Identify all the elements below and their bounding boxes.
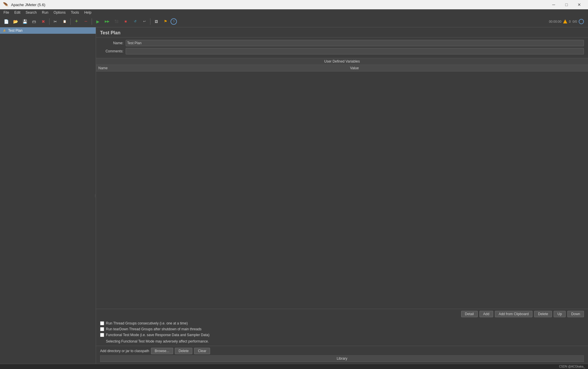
menu-item-file[interactable]: File bbox=[1, 10, 11, 15]
menu-item-search[interactable]: Search bbox=[23, 10, 39, 15]
globe-icon bbox=[579, 19, 584, 24]
left-panel: A Test Plan ⋮ bbox=[0, 27, 96, 364]
test-plan-header: Test Plan bbox=[96, 27, 588, 38]
test-plan-title: Test Plan bbox=[100, 30, 120, 35]
stop-button[interactable]: ⏹ bbox=[121, 17, 130, 26]
classpath-label: Add directory or jar to classpath bbox=[100, 349, 149, 353]
checkbox-label-2: Run tearDown Thread Groups after shutdow… bbox=[106, 327, 202, 331]
start-button[interactable]: ▶ bbox=[93, 17, 102, 26]
screenshot-button[interactable]: 🖼 bbox=[152, 17, 161, 26]
separator-1 bbox=[49, 18, 49, 25]
main-layout: A Test Plan ⋮ Test Plan Name: Comments: … bbox=[0, 27, 588, 364]
checkbox-teardown[interactable] bbox=[100, 327, 104, 331]
remove-button[interactable]: − bbox=[81, 17, 90, 26]
clear-classpath-button[interactable]: Clear bbox=[194, 348, 210, 354]
name-input[interactable] bbox=[126, 40, 584, 46]
cut-button[interactable]: ✂ bbox=[51, 17, 60, 26]
status-time: 00:00:00 bbox=[549, 20, 562, 23]
test-plan-icon: A bbox=[2, 29, 6, 33]
warning-text: Selecting Functional Test Mode may adver… bbox=[100, 339, 584, 343]
menu-item-tools[interactable]: Tools bbox=[68, 10, 81, 15]
name-row: Name: bbox=[100, 40, 584, 46]
col-value: Value bbox=[348, 65, 588, 72]
clear-button[interactable]: ↺ bbox=[131, 17, 139, 26]
classpath-row: Add directory or jar to classpath Browse… bbox=[100, 348, 584, 354]
right-panel: Test Plan Name: Comments: User Defined V… bbox=[96, 27, 588, 364]
stop-all-button[interactable]: ⬛ bbox=[112, 17, 121, 26]
delete-var-button[interactable]: Delete bbox=[534, 311, 552, 317]
checkboxes-section: Run Thread Groups consecutively (i.e. on… bbox=[96, 319, 588, 346]
warning-count: 0 bbox=[569, 20, 571, 23]
status-counter: 0/0 bbox=[573, 20, 577, 23]
remote-button[interactable]: ⚑ bbox=[161, 17, 170, 26]
menu-item-options[interactable]: Options bbox=[51, 10, 68, 15]
library-col: Library bbox=[100, 356, 584, 362]
checkbox-functional[interactable] bbox=[100, 333, 104, 337]
menu-item-help[interactable]: Help bbox=[82, 10, 94, 15]
comments-input[interactable] bbox=[126, 48, 584, 54]
classpath-delete-button[interactable]: Delete bbox=[175, 348, 193, 354]
udv-table: Name Value bbox=[96, 65, 588, 308]
separator-4 bbox=[150, 18, 150, 25]
reset-button[interactable]: ↩ bbox=[140, 17, 149, 26]
status-text: CSDN @ACGkaka_ bbox=[559, 365, 585, 368]
warning-icon bbox=[563, 19, 567, 24]
menu-item-edit[interactable]: Edit bbox=[12, 10, 23, 15]
add-button[interactable]: + bbox=[72, 17, 81, 26]
maximize-button[interactable]: □ bbox=[561, 1, 572, 9]
test-plan-form: Name: Comments: bbox=[96, 38, 588, 57]
tree-item-label: Test Plan bbox=[8, 29, 22, 33]
udv-title: User Defined Variables bbox=[96, 58, 588, 65]
name-label: Name: bbox=[100, 41, 123, 45]
save-all-button[interactable]: 🗃 bbox=[30, 17, 38, 26]
app-title: Apache JMeter (5.6) bbox=[11, 3, 45, 7]
checkbox-row-2: Run tearDown Thread Groups after shutdow… bbox=[100, 327, 584, 331]
title-bar: 🪶 Apache JMeter (5.6) ─ □ ✕ bbox=[0, 0, 588, 9]
status-bar: CSDN @ACGkaka_ bbox=[0, 364, 588, 369]
browse-button[interactable]: Browse... bbox=[151, 348, 173, 354]
udv-section: User Defined Variables Name Value bbox=[96, 58, 588, 308]
menu-bar: FileEditSearchRunOptionsToolsHelp bbox=[0, 9, 588, 16]
close-button[interactable]: ✕ bbox=[573, 1, 585, 9]
start-nopause-button[interactable]: ▶▶ bbox=[103, 17, 111, 26]
comments-label: Comments: bbox=[100, 49, 123, 53]
detail-button[interactable]: Detail bbox=[461, 311, 478, 317]
save-button[interactable]: 💾 bbox=[20, 17, 29, 26]
checkbox-label-3: Functional Test Mode (i.e. save Response… bbox=[106, 333, 209, 337]
separator-3 bbox=[92, 18, 92, 25]
col-name: Name bbox=[96, 65, 348, 72]
tree-item-test-plan[interactable]: A Test Plan bbox=[0, 27, 96, 34]
checkbox-row-3: Functional Test Mode (i.e. save Response… bbox=[100, 333, 584, 337]
menu-item-run[interactable]: Run bbox=[40, 10, 51, 15]
variable-buttons: Detail Add Add from Clipboard Delete Up … bbox=[96, 309, 588, 319]
add-clipboard-button[interactable]: Add from Clipboard bbox=[495, 311, 532, 317]
status-area: 00:00:00 0 0/0 bbox=[549, 19, 586, 24]
classpath-table-header: Library bbox=[100, 355, 584, 362]
add-var-button[interactable]: Add bbox=[479, 311, 493, 317]
help-button[interactable]: ? bbox=[170, 18, 177, 25]
minimize-button[interactable]: ─ bbox=[548, 1, 559, 9]
classpath-section: Add directory or jar to classpath Browse… bbox=[96, 346, 588, 364]
up-button[interactable]: Up bbox=[554, 311, 566, 317]
comments-row: Comments: bbox=[100, 48, 584, 54]
toolbar: 📄 📂 💾 🗃 ✖ ✂ 📋 + − ▶ ▶▶ ⬛ ⏹ ↺ ↩ 🖼 ⚑ ? 00:… bbox=[0, 16, 588, 27]
copy-button[interactable]: 📋 bbox=[60, 17, 69, 26]
resize-handle[interactable]: ⋮ bbox=[95, 190, 96, 201]
new-button[interactable]: 📄 bbox=[2, 17, 10, 26]
app-icon: 🪶 bbox=[3, 2, 9, 8]
separator-2 bbox=[70, 18, 71, 25]
down-button[interactable]: Down bbox=[567, 311, 584, 317]
checkbox-row-1: Run Thread Groups consecutively (i.e. on… bbox=[100, 321, 584, 325]
revert-button[interactable]: ✖ bbox=[39, 17, 48, 26]
open-button[interactable]: 📂 bbox=[11, 17, 20, 26]
checkbox-label-1: Run Thread Groups consecutively (i.e. on… bbox=[106, 321, 188, 325]
checkbox-run-consecutively[interactable] bbox=[100, 321, 104, 325]
variables-table: Name Value bbox=[96, 65, 588, 72]
